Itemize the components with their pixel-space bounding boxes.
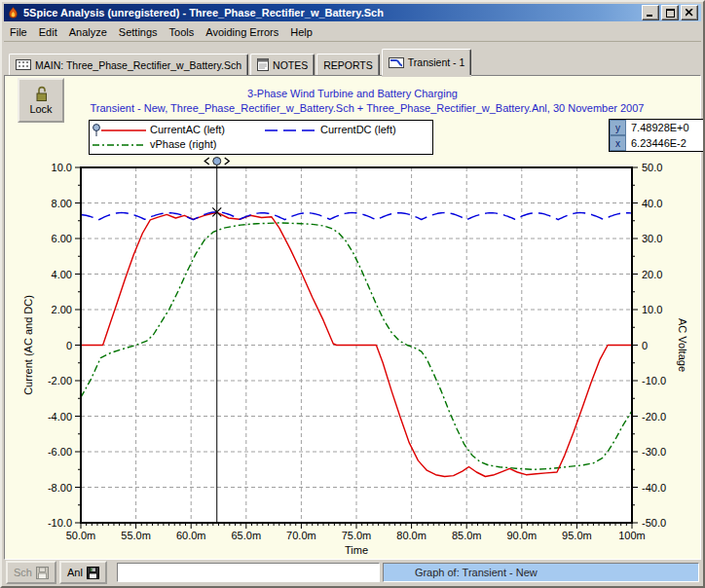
menu-tools[interactable]: Tools — [164, 24, 201, 40]
tab-label: REPORTS — [323, 59, 373, 71]
right-tick-label: -20.0 — [642, 411, 666, 423]
menu-settings[interactable]: Settings — [113, 24, 164, 40]
menu-edit[interactable]: Edit — [33, 24, 63, 40]
right-tick-label: 50.0 — [642, 162, 662, 173]
chart-title: 3-Phase Wind Turbine and Battery Chargin… — [5, 88, 700, 99]
x-tick-label: 55.0m — [121, 530, 151, 541]
left-tick-label: 10.0 — [52, 162, 72, 173]
right-tick-label: -30.0 — [642, 446, 666, 458]
left-tick-label: -2.00 — [48, 375, 72, 386]
transient-plot[interactable]: 50.0m55.0m60.0m65.0m70.0m75.0m80.0m85.0m… — [20, 156, 702, 557]
cursor-pin-icon — [93, 125, 100, 131]
readout-y-key: y — [610, 120, 626, 135]
legend-item-currentac[interactable]: CurrentAC (left) — [150, 124, 225, 135]
readout-x-value: 6.23446E-2 — [626, 135, 703, 151]
chart-subtitle: Transient - New, Three_Phase_Rectifier_w… — [44, 102, 690, 114]
graph-of-panel: Graph of: Transient - New — [383, 563, 699, 582]
x-tick-label: 50.0m — [66, 530, 96, 541]
transient-icon — [389, 56, 404, 69]
x-tick-label: 60.0m — [176, 530, 206, 541]
legend-item-vphase[interactable]: vPhase (right) — [150, 138, 216, 150]
tab-label: MAIN: Three_Phase_Rectifier_w_Battery.Sc… — [35, 59, 241, 71]
x-tick-label: 90.0m — [507, 530, 538, 541]
right-axis-title: AC Voltage — [677, 318, 688, 372]
legend-box: CurrentAC (left)CurrentDC (left)vPhase (… — [89, 120, 433, 155]
app-icon — [7, 7, 19, 19]
close-button[interactable] — [681, 5, 698, 20]
right-tick-label: 20.0 — [642, 269, 662, 280]
x-tick-label: 65.0m — [232, 530, 262, 541]
legend-item-currentdc[interactable]: CurrentDC (left) — [320, 124, 396, 135]
left-tick-label: -6.00 — [48, 446, 72, 458]
menu-file[interactable]: File — [4, 24, 33, 40]
left-tick-label: 4.00 — [52, 269, 72, 280]
tab-transient-1[interactable]: Transient - 1 — [382, 49, 472, 75]
status-message-panel — [117, 563, 380, 582]
graph-panel: Lock 3-Phase Wind Turbine and Battery Ch… — [4, 75, 701, 560]
right-tick-label: -50.0 — [642, 517, 666, 529]
x-tick-label: 75.0m — [342, 530, 372, 541]
floppy-disk-icon — [87, 567, 99, 579]
status-bar: Sch Anl Graph of: Transient - New — [4, 560, 701, 585]
x-tick-label: 80.0m — [396, 530, 427, 541]
sch-button-label: Sch — [14, 567, 32, 578]
schematic-icon — [16, 58, 31, 71]
floppy-disk-icon — [36, 567, 49, 579]
readout-y-value: 7.48928E+0 — [626, 120, 703, 135]
left-tick-label: -10.0 — [48, 517, 72, 529]
legend-row: CurrentAC (left)CurrentDC (left) — [90, 123, 432, 138]
tab-row: MAIN: Three_Phase_Rectifier_w_Battery.Sc… — [4, 44, 701, 75]
tab-label: NOTES — [273, 59, 308, 71]
x-tick-label: 95.0m — [562, 530, 592, 541]
maximize-button[interactable] — [661, 5, 679, 20]
left-tick-label: -4.00 — [48, 411, 72, 423]
save-schematic-button[interactable]: Sch — [6, 561, 56, 584]
left-tick-label: 8.00 — [52, 198, 72, 209]
readout-x-key: x — [610, 135, 626, 151]
x-tick-label: 70.0m — [286, 530, 316, 541]
tab-label: Transient - 1 — [408, 56, 465, 68]
x-axis-title: Time — [345, 544, 368, 556]
minimize-button[interactable] — [642, 5, 659, 20]
menu-analyze[interactable]: Analyze — [63, 24, 113, 40]
right-tick-label: -40.0 — [642, 482, 666, 494]
tab-notes[interactable]: NOTES — [250, 54, 315, 75]
left-tick-label: 6.00 — [52, 233, 72, 244]
left-axis-title: Current (AC and DC) — [22, 295, 34, 395]
right-tick-label: 10.0 — [642, 304, 662, 315]
legend-row: vPhase (right) — [90, 137, 432, 153]
x-tick-label: 85.0m — [452, 530, 482, 541]
cursor-handle-icon — [213, 158, 221, 165]
title-bar: 5Spice Analysis (unregistered) - Three_P… — [4, 4, 701, 21]
menu-avoiding-errors[interactable]: Avoiding Errors — [200, 24, 284, 40]
tab-main[interactable]: MAIN: Three_Phase_Rectifier_w_Battery.Sc… — [9, 54, 248, 75]
right-tick-label: 40.0 — [642, 198, 662, 209]
left-tick-label: -8.00 — [48, 482, 72, 494]
x-tick-label: 100m — [618, 530, 646, 541]
notes-icon — [257, 58, 269, 71]
menu-bar: FileEditAnalyzeSettingsToolsAvoiding Err… — [4, 22, 701, 42]
tab-reports[interactable]: REPORTS — [316, 54, 380, 75]
left-tick-label: 0 — [66, 340, 72, 351]
cursor-readout: y 7.48928E+0 x 6.23446E-2 — [609, 119, 704, 152]
graph-of-text: Graph of: Transient - New — [415, 567, 538, 578]
right-tick-label: 30.0 — [642, 233, 662, 244]
left-tick-label: 2.00 — [52, 304, 72, 315]
anl-button-label: Anl — [67, 567, 83, 578]
window-title: 5Spice Analysis (unregistered) - Three_P… — [23, 7, 642, 18]
menu-help[interactable]: Help — [284, 24, 318, 40]
right-tick-label: 0 — [642, 340, 648, 351]
right-tick-label: -10.0 — [642, 375, 666, 386]
save-analysis-button[interactable]: Anl — [59, 561, 107, 584]
lock-button[interactable]: Lock — [18, 78, 64, 123]
